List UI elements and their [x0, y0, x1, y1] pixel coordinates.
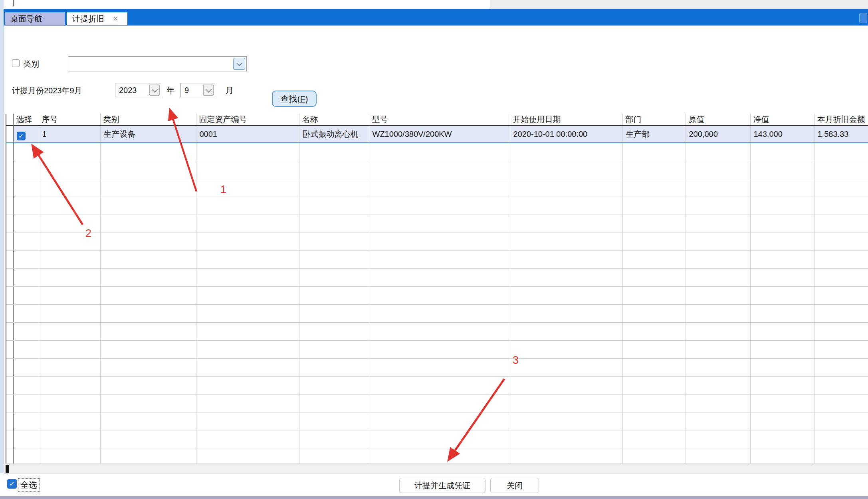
chevron-down-icon[interactable] — [203, 85, 214, 96]
col-department: 部门 — [622, 114, 686, 126]
month-select-value: 9 — [184, 86, 189, 95]
footer-bar: ✓ 全选 计提并生成凭证 关闭 — [4, 473, 868, 497]
tab-desktop-navigation[interactable]: 桌面导航 — [5, 12, 65, 25]
year-select[interactable]: 2023 — [115, 83, 161, 97]
col-name: 名称 — [299, 114, 369, 126]
accrue-generate-voucher-button[interactable]: 计提并生成凭证 — [399, 478, 486, 493]
cell-category: 生产设备 — [100, 126, 196, 143]
row-gutter-header — [6, 114, 13, 126]
search-button-hotkey: F — [300, 94, 305, 104]
row-checkbox[interactable]: ✓ — [17, 132, 26, 140]
tab-label: 桌面导航 — [10, 14, 42, 24]
empty-table-row[interactable] — [6, 269, 868, 287]
table-body: ✓ 1 生产设备 0001 卧式振动离心机 WZ1000/380V/200KW … — [6, 126, 868, 463]
empty-table-row[interactable] — [6, 323, 868, 341]
empty-table-row[interactable] — [6, 359, 868, 377]
chevron-down-icon[interactable] — [149, 85, 160, 96]
stray-glyph: ] — [12, 0, 15, 7]
category-label: 类别 — [23, 59, 39, 69]
cell-seq: 1 — [39, 126, 100, 143]
cell-select: ✓ — [13, 126, 39, 143]
period-label: 计提月份2023年9月 — [12, 85, 82, 96]
empty-table-row[interactable] — [6, 412, 868, 430]
cell-net-value: 143,000 — [750, 126, 814, 143]
search-button-text: ) — [305, 94, 308, 104]
row-gutter — [6, 126, 13, 143]
year-unit-label: 年 — [166, 85, 175, 96]
cell-asset-no: 0001 — [196, 126, 299, 143]
empty-table-row[interactable] — [6, 305, 868, 323]
empty-table-row[interactable] — [6, 251, 868, 269]
empty-table-row[interactable] — [6, 430, 868, 448]
col-seq: 序号 — [39, 114, 100, 126]
select-all-label[interactable]: 全选 — [18, 478, 40, 492]
empty-table-row[interactable] — [6, 143, 868, 161]
year-select-value: 2023 — [119, 86, 137, 95]
empty-table-row[interactable] — [6, 215, 868, 233]
col-start-date: 开始使用日期 — [510, 114, 622, 126]
window-left-edge — [0, 0, 4, 473]
category-checkbox[interactable] — [12, 59, 20, 67]
search-button[interactable]: 查找(F) — [272, 91, 317, 107]
cell-name: 卧式振动离心机 — [299, 126, 369, 143]
close-icon[interactable]: × — [113, 15, 118, 23]
empty-table-row[interactable] — [6, 197, 868, 215]
tab-label: 计提折旧 — [72, 14, 104, 24]
top-right-panel — [490, 0, 868, 8]
empty-table-row[interactable] — [6, 179, 868, 197]
empty-table-row[interactable] — [6, 161, 868, 179]
chevron-down-icon[interactable] — [233, 58, 245, 70]
col-month-depreciation: 本月折旧金额 — [814, 114, 868, 126]
empty-table-row[interactable] — [6, 377, 868, 394]
category-select[interactable] — [68, 56, 247, 71]
cell-model: WZ1000/380V/200KW — [369, 126, 510, 143]
window-bottom-edge — [0, 496, 868, 499]
col-asset-no: 固定资产编号 — [196, 114, 299, 126]
table-row[interactable]: ✓ 1 生产设备 0001 卧式振动离心机 WZ1000/380V/200KW … — [6, 126, 868, 143]
month-unit-label: 月 — [225, 85, 234, 96]
col-select: 选择 — [13, 114, 39, 126]
search-button-text: 查找( — [281, 93, 300, 105]
asset-table: 选择 序号 类别 固定资产编号 名称 型号 开始使用日期 部门 原值 净值 本月… — [6, 114, 868, 463]
tab-depreciation[interactable]: 计提折旧 × — [67, 12, 127, 25]
close-button[interactable]: 关闭 — [490, 478, 539, 493]
cell-month-depreciation: 1,583.33 — [814, 126, 868, 143]
empty-table-row[interactable] — [6, 394, 868, 412]
month-select[interactable]: 9 — [180, 83, 215, 97]
tab-bar: 桌面导航 计提折旧 × — [4, 9, 868, 25]
empty-table-row[interactable] — [6, 287, 868, 305]
table-header-row: 选择 序号 类别 固定资产编号 名称 型号 开始使用日期 部门 原值 净值 本月… — [6, 114, 868, 126]
col-category: 类别 — [100, 114, 196, 126]
horizontal-scrollbar[interactable] — [4, 463, 868, 473]
empty-table-row[interactable] — [6, 233, 868, 251]
empty-table-row[interactable] — [6, 341, 868, 359]
select-all-checkbox[interactable]: ✓ — [7, 479, 17, 489]
tab-overflow-button[interactable] — [859, 13, 867, 23]
empty-table-row[interactable] — [6, 448, 868, 464]
top-strip: ] — [4, 0, 868, 9]
col-model: 型号 — [369, 114, 510, 126]
cell-original-value: 200,000 — [686, 126, 750, 143]
scrollbar-thumb[interactable] — [6, 465, 9, 473]
col-net-value: 净值 — [750, 114, 814, 126]
cell-department: 生产部 — [622, 126, 686, 143]
col-original-value: 原值 — [686, 114, 750, 126]
cell-start-date: 2020-10-01 00:00:00 — [510, 126, 622, 143]
